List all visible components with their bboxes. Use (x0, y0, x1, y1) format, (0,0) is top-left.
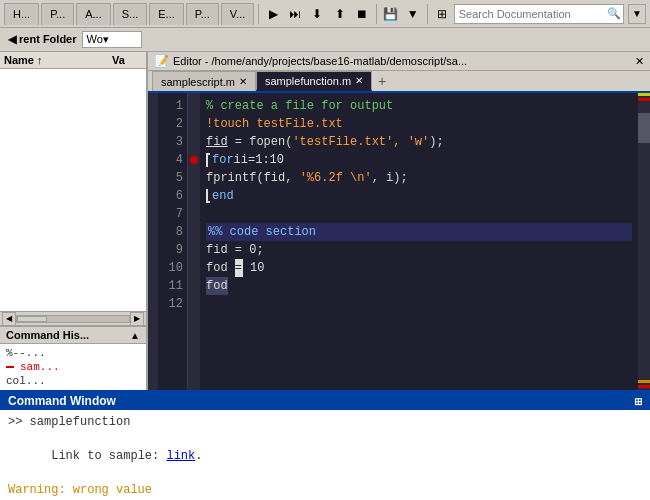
breakpoint-4 (190, 156, 198, 164)
scroll-track[interactable] (16, 315, 130, 323)
code-fod-10: fod (206, 259, 235, 277)
cmd-history-title: Command His... (6, 329, 89, 341)
line-num-8: 8 (158, 223, 183, 241)
search-icon[interactable]: 🔍 (605, 5, 623, 23)
sv-mark-red (638, 98, 650, 101)
step-in-button[interactable]: ⬇ (307, 3, 327, 25)
file-val-col: Va (112, 54, 142, 66)
code-fprintf: fprintf(fid, (206, 169, 300, 187)
file-browser-header: Name ↑ Va (0, 52, 146, 69)
more-btn[interactable]: ▼ (403, 3, 423, 25)
code-content[interactable]: % create a file for output !touch testFi… (200, 93, 638, 390)
tab-h[interactable]: H... (4, 3, 39, 25)
file-browser-content[interactable] (0, 69, 146, 311)
tab-samplescript-close[interactable]: ✕ (239, 76, 247, 87)
code-str-5: '%6.2f \n' (300, 169, 372, 187)
run-button[interactable]: ▶ (263, 3, 283, 25)
line-num-7: 7 (158, 205, 183, 223)
cmd-history-item-red[interactable]: sam... (4, 360, 142, 374)
editor-area: 📝 Editor - /home/andy/projects/base16-ma… (148, 52, 650, 390)
gutter-7 (188, 205, 200, 223)
line-numbers: 1 2 3 4 5 6 7 8 9 10 11 12 (158, 93, 188, 390)
line-num-6: 6 (158, 187, 183, 205)
toolbar-sep2 (376, 4, 377, 24)
scroll-left-btn[interactable]: ◀ (2, 312, 16, 326)
gutter-1 (188, 97, 200, 115)
code-line-7 (206, 205, 632, 223)
stop-button[interactable]: ⏹ (352, 3, 372, 25)
cmd-history-expand[interactable]: ▲ (130, 330, 140, 341)
cmd-history-item2[interactable]: col... (4, 374, 142, 388)
code-cmd-2: !touch testFile.txt (206, 115, 343, 133)
line-num-11: 11 (158, 277, 183, 295)
gutter-11 (188, 277, 200, 295)
cw-header: Command Window ⊞ (0, 392, 650, 410)
step-out-button[interactable]: ⬆ (330, 3, 350, 25)
left-panel: Name ↑ Va ◀ ▶ Command His... ▲ %--... sa… (0, 52, 148, 390)
cw-link[interactable]: link (166, 449, 195, 463)
save-button[interactable]: 💾 (381, 3, 401, 25)
code-line-9: fid = 0; (206, 241, 632, 259)
code-fid-0: fid = 0; (206, 241, 264, 259)
tab-p[interactable]: P... (41, 3, 74, 25)
tab-samplefunction-close[interactable]: ✕ (355, 75, 363, 86)
tab-samplefunction[interactable]: samplefunction.m ✕ (256, 71, 372, 91)
search-input[interactable] (455, 8, 605, 20)
code-line-3: fid = fopen('testFile.txt', 'w'); (206, 133, 632, 151)
code-line-5: fprintf(fid, '%6.2f \n', i); (206, 169, 632, 187)
file-scrollbar-h[interactable]: ◀ ▶ (0, 311, 146, 325)
tab-s[interactable]: S... (113, 3, 148, 25)
cw-content[interactable]: >> samplefunction Link to sample: link. … (0, 410, 650, 500)
tab-samplescript-label: samplescript.m (161, 76, 235, 88)
gutter (188, 93, 200, 390)
sv-mark-yellow (638, 93, 650, 96)
code-end-3: ); (429, 133, 443, 151)
cmd-history-items: %--... sam... col... (0, 344, 146, 390)
code-line-11: fod (206, 277, 632, 295)
tab-e[interactable]: E... (149, 3, 184, 25)
tab-p2[interactable]: P... (186, 3, 219, 25)
line-num-10: 10 (158, 259, 183, 277)
filter-button[interactable]: ▼ (628, 4, 646, 24)
editor-scrollbar-v[interactable] (638, 93, 650, 390)
editor-close-btn[interactable]: ✕ (635, 55, 644, 68)
cw-link-prefix: Link to sample: (51, 449, 166, 463)
gutter-12 (188, 295, 200, 313)
tab-add-btn[interactable]: + (372, 71, 392, 91)
cmd-history-item[interactable]: %--... (4, 346, 142, 360)
cw-link-dot: . (195, 449, 202, 463)
code-fid: fid = fopen( (206, 133, 292, 151)
gutter-8 (188, 223, 200, 241)
breakpoint-col (148, 93, 158, 390)
tab-samplescript[interactable]: samplescript.m ✕ (152, 71, 256, 91)
editor-icon: 📝 (154, 54, 169, 68)
cw-line-3: Warning: wrong value (8, 482, 642, 499)
gutter-2 (188, 115, 200, 133)
editor-title: Editor - /home/andy/projects/base16-matl… (173, 55, 631, 67)
code-line-2: !touch testFile.txt (206, 115, 632, 133)
code-line-12 (206, 295, 632, 313)
code-line-1: % create a file for output (206, 97, 632, 115)
code-str-3: 'testFile.txt', 'w' (292, 133, 429, 151)
minus-icon (6, 366, 14, 368)
gutter-5 (188, 169, 200, 187)
cw-expand-btn[interactable]: ⊞ (634, 396, 642, 407)
step-button[interactable]: ⏭ (285, 3, 305, 25)
toolbar-sep3 (427, 4, 428, 24)
gutter-3 (188, 133, 200, 151)
code-for-expr: ii=1:10 (234, 151, 284, 169)
folder-content: Wo▾ (82, 31, 142, 48)
file-name-col: Name ↑ (4, 54, 112, 66)
expand-button[interactable]: ⊞ (432, 3, 452, 25)
tab-v[interactable]: V... (221, 3, 255, 25)
scroll-right-btn[interactable]: ▶ (130, 312, 144, 326)
code-line-6: end (206, 187, 632, 205)
line-num-9: 9 (158, 241, 183, 259)
line-num-5: 5 (158, 169, 183, 187)
tab-a[interactable]: A... (76, 3, 111, 25)
code-fod-hl: fod (206, 277, 228, 295)
code-fprintf-end: , i); (372, 169, 408, 187)
line-num-12: 12 (158, 295, 183, 313)
brace-close (206, 189, 210, 203)
code-line-10: fod = 10 (206, 259, 632, 277)
